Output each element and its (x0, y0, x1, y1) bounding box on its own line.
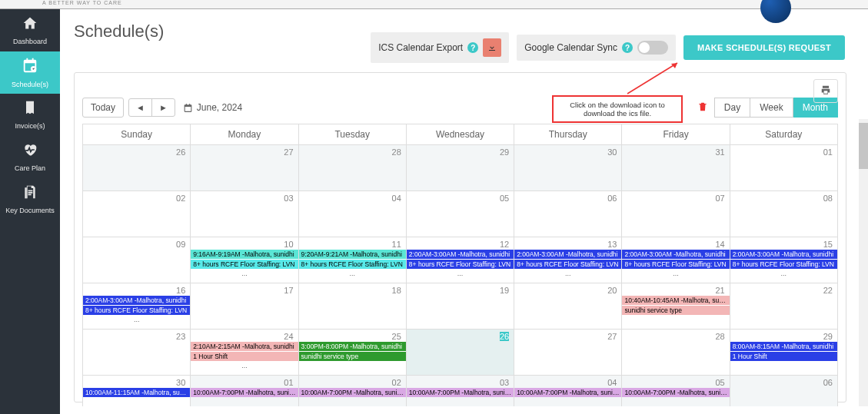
event[interactable]: 8+ hours RCFE Floor Staffing: LVN (83, 306, 190, 315)
calendar-cell[interactable]: 142:00AM-3:00AM -Malhotra, sunidhi8+ hou… (622, 237, 730, 283)
calendar-cell[interactable]: 06 (730, 376, 838, 406)
calendar-cell[interactable]: 18 (299, 283, 407, 330)
event[interactable]: 8+ hours RCFE Floor Staffing: LVN (622, 260, 729, 269)
calendar-cell[interactable]: 152:00AM-3:00AM -Malhotra, sunidhi8+ hou… (730, 237, 838, 283)
sidebar-item-careplan[interactable]: Care Plan (0, 136, 60, 178)
event[interactable]: 2:00AM-3:00AM -Malhotra, sunidhi (83, 296, 190, 305)
calendar-cell[interactable]: 05 (407, 191, 514, 237)
event[interactable]: 1 Hour Shift (191, 352, 298, 361)
help-icon[interactable]: ? (467, 42, 478, 53)
more-indicator[interactable]: ... (622, 270, 729, 277)
event[interactable]: 8+ hours RCFE Floor Staffing: LVN (299, 260, 406, 269)
print-icon[interactable] (813, 79, 838, 103)
calendar-cell[interactable]: 298:00AM-8:15AM -Malhotra, sunidhi1 Hour… (730, 330, 838, 376)
calendar-cell[interactable]: 22 (730, 283, 838, 330)
period-picker[interactable]: June, 2024 (183, 102, 242, 113)
calendar-cell[interactable]: 253:00PM-8:00PM -Malhotra, sunidhisunidh… (299, 330, 407, 376)
more-indicator[interactable]: ... (514, 270, 621, 277)
calendar-cell[interactable]: 132:00AM-3:00AM -Malhotra, sunidhi8+ hou… (514, 237, 622, 283)
view-week[interactable]: Week (750, 98, 793, 118)
sidebar-item-keydocuments[interactable]: Key Documents (0, 178, 60, 220)
event[interactable]: 2:00AM-3:00AM -Malhotra, sunidhi (730, 250, 837, 259)
event[interactable]: 10:00AM-7:00PM -Malhotra, sunidhi (514, 388, 621, 397)
event[interactable]: 8+ hours RCFE Floor Staffing: LVN (730, 260, 837, 269)
event[interactable]: 10:00AM-7:00PM -Malhotra, sunidhi (622, 388, 729, 397)
calendar-cell[interactable]: 0110:00AM-7:00PM -Malhotra, sunidhi (191, 376, 298, 406)
calendar-cell[interactable]: 27 (514, 330, 622, 376)
event[interactable]: 3:00PM-8:00PM -Malhotra, sunidhi (299, 342, 406, 351)
calendar-cell[interactable]: 02 (83, 191, 191, 237)
calendar-cell[interactable]: 26 (83, 145, 191, 191)
prev-button[interactable]: ◄ (129, 99, 151, 116)
ics-export: ICS Calendar Export ? (371, 32, 509, 63)
calendar-cell[interactable]: 23 (83, 330, 191, 376)
event[interactable]: sunidhi service type (622, 306, 729, 315)
calendar-cell[interactable]: 03 (191, 191, 298, 237)
more-indicator[interactable]: ... (191, 270, 298, 277)
view-day[interactable]: Day (714, 98, 750, 118)
calendar-cell[interactable]: 01 (730, 145, 838, 191)
calendar-cell[interactable]: 0310:00AM-7:00PM -Malhotra, sunidhi (407, 376, 514, 406)
event[interactable]: 2:10AM-2:15AM -Malhotra, sunidhi (191, 342, 298, 351)
event[interactable]: 10:00AM-7:00PM -Malhotra, sunidhi (191, 388, 298, 397)
calendar-cell[interactable]: 162:00AM-3:00AM -Malhotra, sunidhi8+ hou… (83, 283, 191, 330)
calendar-cell[interactable]: 0510:00AM-7:00PM -Malhotra, sunidhi (622, 376, 730, 406)
next-button[interactable]: ► (151, 99, 175, 116)
calendar-cell[interactable]: 08 (730, 191, 838, 237)
event[interactable]: 8+ hours RCFE Floor Staffing: LVN (191, 260, 298, 269)
date-number: 28 (392, 147, 401, 157)
calendar-cell[interactable]: 30 (514, 145, 622, 191)
sidebar-item-label: Care Plan (15, 164, 45, 172)
trash-icon[interactable] (697, 101, 708, 114)
event[interactable]: 2:00AM-3:00AM -Malhotra, sunidhi (407, 250, 514, 259)
event[interactable]: 9:16AM-9:19AM -Malhotra, sunidhi (191, 250, 298, 259)
calendar-cell[interactable]: 19 (407, 283, 514, 330)
event[interactable]: 10:00AM-7:00PM -Malhotra, sunidhi (299, 388, 406, 397)
calendar-cell[interactable]: 28 (622, 330, 730, 376)
calendar-cell[interactable]: 109:16AM-9:19AM -Malhotra, sunidhi8+ hou… (191, 237, 298, 283)
event[interactable]: 8:00AM-8:15AM -Malhotra, sunidhi (730, 342, 837, 351)
sidebar-item-dashboard[interactable]: Dashboard (0, 9, 60, 51)
event[interactable]: 9:20AM-9:21AM -Malhotra, sunidhi (299, 250, 406, 259)
calendar-cell[interactable]: 29 (407, 145, 514, 191)
event[interactable]: 2:00AM-3:00AM -Malhotra, sunidhi (514, 250, 621, 259)
calendar-cell[interactable]: 17 (191, 283, 298, 330)
calendar-cell[interactable]: 04 (299, 191, 407, 237)
event[interactable]: 10:00AM-11:15AM -Malhotra, sunidhi (83, 388, 190, 397)
calendar-cell[interactable]: 09 (83, 237, 191, 283)
download-icon[interactable] (483, 38, 501, 57)
event[interactable]: sunidhi service type (299, 352, 406, 361)
more-indicator[interactable]: ... (191, 362, 298, 369)
calendar-cell[interactable]: 3010:00AM-11:15AM -Malhotra, sunidhi (83, 376, 191, 406)
calendar-cell[interactable]: 28 (299, 145, 407, 191)
sync-toggle[interactable] (637, 41, 668, 55)
more-indicator[interactable]: ... (83, 316, 190, 323)
calendar-cell[interactable]: 20 (514, 283, 622, 330)
calendar-cell[interactable]: 122:00AM-3:00AM -Malhotra, sunidhi8+ hou… (407, 237, 514, 283)
calendar-cell[interactable]: 242:10AM-2:15AM -Malhotra, sunidhi1 Hour… (191, 330, 298, 376)
calendar-cell[interactable]: 06 (514, 191, 622, 237)
more-indicator[interactable]: ... (299, 270, 406, 277)
sidebar-item-invoices[interactable]: Invoice(s) (0, 94, 60, 136)
help-icon[interactable]: ? (622, 42, 633, 53)
event[interactable]: 8+ hours RCFE Floor Staffing: LVN (514, 260, 621, 269)
make-schedule-button[interactable]: MAKE SCHEDULE(S) REQUEST (683, 35, 845, 60)
sidebar-item-schedules[interactable]: Schedule(s) (0, 51, 60, 94)
today-button[interactable]: Today (82, 98, 124, 118)
calendar-cell[interactable]: 27 (191, 145, 298, 191)
calendar-cell[interactable]: 31 (622, 145, 730, 191)
calendar-cell[interactable]: 0410:00AM-7:00PM -Malhotra, sunidhi (514, 376, 622, 406)
calendar-cell[interactable]: 0210:00AM-7:00PM -Malhotra, sunidhi (299, 376, 407, 406)
scrollbar-thumb[interactable] (859, 123, 868, 169)
event[interactable]: 1 Hour Shift (730, 352, 837, 361)
calendar-cell[interactable]: 26 (407, 330, 514, 376)
calendar-cell[interactable]: 119:20AM-9:21AM -Malhotra, sunidhi8+ hou… (299, 237, 407, 283)
more-indicator[interactable]: ... (407, 270, 514, 277)
event[interactable]: 8+ hours RCFE Floor Staffing: LVN (407, 260, 514, 269)
calendar-cell[interactable]: 07 (622, 191, 730, 237)
calendar-cell[interactable]: 2110:40AM-10:45AM -Malhotra, sunidhisuni… (622, 283, 730, 330)
event[interactable]: 10:40AM-10:45AM -Malhotra, sunidhi (622, 296, 729, 305)
more-indicator[interactable]: ... (730, 270, 837, 277)
event[interactable]: 2:00AM-3:00AM -Malhotra, sunidhi (622, 250, 729, 259)
event[interactable]: 10:00AM-7:00PM -Malhotra, sunidhi (407, 388, 514, 397)
